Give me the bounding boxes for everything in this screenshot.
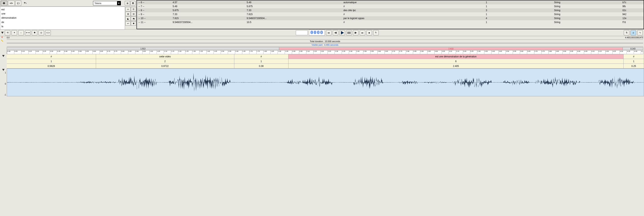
tier-cell[interactable]: 0.5628 [7,64,96,68]
annotation-table[interactable]: -- 6 --4.575.49automatique1Stringb7c-- 7… [136,0,644,29]
tier-cell[interactable]: 1 [7,59,96,64]
panel-btn-1[interactable]: ▭ [126,7,130,11]
zoom-sel-icon[interactable]: ✶ [12,30,17,35]
tier-dropdown[interactable]: Tokens ▼ [93,1,121,5]
annotation-tiers[interactable]: #cette vidéo#est une démonstration de la… [7,54,644,69]
panel-btn-8[interactable]: ✖ [131,21,136,26]
waveform-canvas[interactable] [7,69,644,96]
wave-scale-mid: 0 [5,83,6,85]
target-icon[interactable]: ◎ [38,30,44,35]
step-fwd-icon[interactable]: ▮▸ [353,30,358,35]
view-mode-code[interactable]: </> [8,1,15,6]
panel-btn-4[interactable]: ⊟ [131,12,136,16]
ffwd-icon[interactable]: ⏭ [360,30,365,35]
tier-cell[interactable]: 0.9722 [96,64,234,68]
panel-btn-6[interactable]: ⬔ [131,17,136,21]
table-row[interactable]: -- 10 --7.8159.546037200504...par le log… [137,16,644,20]
sort-icon[interactable]: ⇅ [624,30,629,35]
ruler-icon: 📏 [1,40,7,47]
tier-cell[interactable]: 1 [234,59,288,64]
tier-cell[interactable]: cette vidéo [96,54,234,59]
tier-cell[interactable]: 0.38 [234,64,288,68]
loop-icon[interactable]: ↻ [373,30,379,35]
position-end: 4.465130315061475 [625,37,643,39]
zoom-center-icon[interactable]: ✱ [32,30,37,35]
table-row[interactable]: -- 8 --5.8757.33des clés lpc3String02c [137,8,644,12]
wave-toggle-icon[interactable]: ∿ [637,30,643,35]
snap-icon[interactable]: ⎚ [630,30,636,35]
undo-button[interactable] [22,1,28,6]
time-display: 0000 [309,30,325,36]
tier-cell[interactable]: 2.405 [288,64,624,68]
wave-scale-bot: -1 [4,94,6,96]
token-item[interactable]: la [1,25,124,29]
dropdown-value: Tokens [93,2,117,4]
stop-icon[interactable]: ■ [366,30,372,35]
step-back-icon[interactable]: ◂▮ [333,30,338,35]
tier-cell[interactable]: 0.25 [624,64,644,68]
table-row[interactable]: -- 11 --9.546037200504...10.5#1Stringf7d [137,20,644,24]
tier-cell[interactable]: est une démonstration de la génération [288,54,624,59]
pause-icon[interactable]: ❚❚ [346,30,352,35]
table-row[interactable]: -- 7 --5.495.875#1String9fb [137,4,644,8]
duration-info: Total duration: 10.500 seconds [7,40,643,43]
import-button[interactable]: ⬒ [130,1,136,5]
tier-cell[interactable]: 1 [624,59,644,64]
table-row[interactable]: -- 9 --7.337.815#1String942 [137,12,644,16]
panel-btn-7[interactable]: ↩ [126,21,130,26]
play-icon[interactable] [340,30,345,35]
collapse-toggle[interactable] [1,32,4,34]
token-item[interactable]: une [1,12,124,16]
chevron-down-icon: ▼ [117,1,121,5]
wave-collapse[interactable] [2,69,4,71]
panel-btn-3[interactable]: ⊞ [126,12,130,16]
tier-cell[interactable]: # [624,54,644,59]
panel-btn-2[interactable]: ☰ [131,7,136,11]
zoom-fit-icon[interactable]: ⟲ [5,30,10,35]
zoom-out-horiz-icon[interactable]: ⇤⇥ [25,30,30,35]
tier-cell[interactable]: # [234,54,288,59]
time-ruler[interactable]: 0.000.050.100.150.200.250.300.350.400.45… [7,50,643,54]
overview-scrollbar[interactable]: 1.913 2.410 0.143 [7,47,643,50]
token-item[interactable]: est [1,8,124,12]
position-start: 0.0 [7,37,10,39]
link-icon[interactable]: ⊂⊃ [45,30,51,35]
token-item[interactable]: de [1,20,124,25]
rewind-start-icon[interactable]: ⏮ [326,30,332,35]
token-item[interactable]: démonstration [1,16,124,20]
wave-scale-top: 1 [5,72,6,74]
add-row-button[interactable]: ⊞ [125,1,130,5]
tier-cell[interactable]: 2 [96,59,234,64]
visible-info: Visible part: 4.465 seconds [7,43,643,47]
tier-collapse[interactable] [2,55,4,57]
tier-cell[interactable]: # [7,54,96,59]
tier-cell[interactable]: 6 [288,59,624,64]
view-mode-eye[interactable] [0,1,7,6]
table-row[interactable]: -- 6 --4.575.49automatique1Stringb7c [137,1,644,4]
zoom-horiz-icon[interactable]: ↔ [18,30,24,35]
token-text-panel[interactable]: est une démonstration de la [0,7,125,30]
view-mode-braces[interactable]: { } [15,1,21,6]
panel-btn-5[interactable]: ⬕ [126,17,130,21]
marker-icon[interactable]: 📍 [1,37,7,39]
